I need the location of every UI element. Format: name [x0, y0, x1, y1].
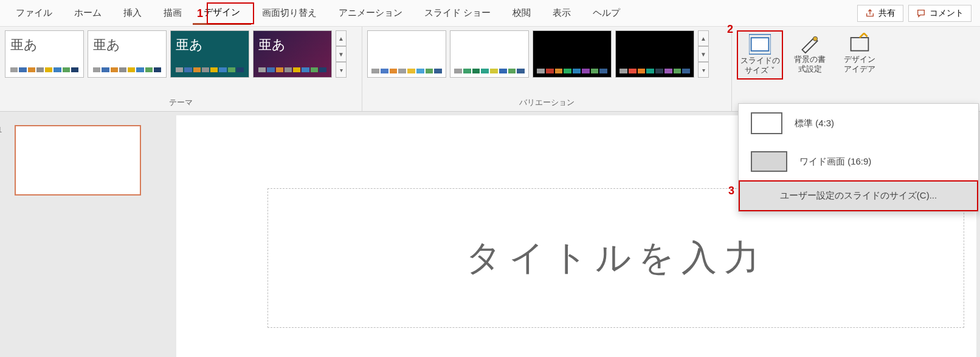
variations-scroll-up[interactable]: ▲: [698, 30, 709, 46]
tab-draw[interactable]: 描画: [153, 2, 193, 24]
tab-review[interactable]: 校閲: [502, 2, 542, 24]
slide-size-standard-label: 標準 (4:3): [795, 118, 834, 129]
callout-1: 1: [197, 7, 203, 20]
background-format-button[interactable]: 背景の書 式設定: [787, 30, 833, 77]
callout-2: 2: [727, 23, 733, 36]
swatch-row: [258, 67, 326, 72]
variation-thumb-2[interactable]: [450, 30, 529, 78]
theme-sample-text: 亜あ: [258, 36, 326, 54]
variations-scroll: ▲ ▼ ▾: [698, 30, 709, 78]
group-customize: スライドの サイズ ˅ 背景の書 式設定 デザイン アイデア: [732, 27, 980, 111]
design-ideas-button[interactable]: デザイン アイデア: [837, 30, 883, 77]
design-ideas-icon: [849, 33, 871, 53]
slide-number: 1: [0, 125, 2, 134]
theme-sample-text: 亜あ: [10, 36, 78, 54]
theme-thumb-4[interactable]: 亜あ: [253, 30, 332, 78]
callout-3: 3: [728, 185, 734, 197]
slide-size-button[interactable]: スライドの サイズ ˅: [737, 30, 783, 80]
group-variations: ▲ ▼ ▾ バリエーション: [362, 27, 732, 111]
svg-rect-3: [851, 38, 869, 51]
swatch-row: [176, 67, 244, 72]
comments-label: コメント: [930, 8, 964, 19]
variations-scroll-down[interactable]: ▼: [698, 46, 709, 62]
theme-thumb-1[interactable]: 亜あ: [5, 30, 84, 78]
themes-scroll: ▲ ▼ ▾: [336, 30, 347, 78]
ribbon-tabs: ファイル ホーム 挿入 描画 デザイン 画面切り替え アニメーション スライド …: [0, 0, 980, 27]
tab-home[interactable]: ホーム: [63, 2, 112, 24]
slide-size-standard[interactable]: 標準 (4:3): [739, 104, 978, 143]
bg-format-l1: 背景の書: [794, 55, 826, 64]
tab-help[interactable]: ヘルプ: [582, 2, 631, 24]
slide-size-custom[interactable]: ユーザー設定のスライドのサイズ(C)...: [739, 180, 978, 211]
ribbon: 亜あ 亜あ 亜あ 亜あ ▲ ▼ ▾ テーマ: [0, 27, 980, 112]
swatch-row: [10, 67, 78, 72]
themes-expand[interactable]: ▾: [336, 62, 347, 78]
slide-size-dropdown: 標準 (4:3) ワイド画面 (16:9) ユーザー設定のスライドのサイズ(C)…: [738, 103, 979, 212]
slide-thumbnails-pane: 1: [0, 112, 173, 357]
slide-size-l2: サイズ ˅: [745, 66, 775, 75]
background-format-icon: [799, 33, 821, 53]
slide-size-wide[interactable]: ワイド画面 (16:9): [739, 143, 978, 180]
design-ideas-l2: アイデア: [844, 64, 875, 74]
title-placeholder-text: タイトルを入力: [466, 234, 767, 282]
variations-group-label: バリエーション: [367, 95, 726, 110]
tab-transitions[interactable]: 画面切り替え: [251, 2, 328, 24]
slide-thumbnail-1[interactable]: 1: [9, 125, 164, 195]
tab-animations[interactable]: アニメーション: [328, 2, 413, 24]
tab-file[interactable]: ファイル: [5, 2, 63, 24]
svg-point-2: [813, 36, 817, 41]
themes-scroll-down[interactable]: ▼: [336, 46, 347, 62]
swatch-row: [93, 67, 161, 72]
themes-scroll-up[interactable]: ▲: [336, 30, 347, 46]
theme-thumb-3[interactable]: 亜あ: [170, 30, 249, 78]
slide-size-icon: [749, 34, 771, 55]
tab-insert[interactable]: 挿入: [112, 2, 153, 24]
aspect-16-9-icon: [751, 151, 787, 172]
theme-sample-text: 亜あ: [93, 36, 161, 54]
comments-button[interactable]: コメント: [908, 5, 971, 22]
slide-size-wide-label: ワイド画面 (16:9): [799, 156, 871, 168]
variation-thumb-1[interactable]: [367, 30, 446, 78]
share-label: 共有: [878, 8, 895, 19]
slide-size-l1: スライドの: [740, 56, 780, 66]
tab-slideshow[interactable]: スライド ショー: [413, 2, 502, 24]
bg-format-l2: 式設定: [798, 64, 822, 74]
group-themes: 亜あ 亜あ 亜あ 亜あ ▲ ▼ ▾ テーマ: [0, 27, 362, 111]
theme-sample-text: 亜あ: [176, 36, 244, 54]
theme-thumb-2[interactable]: 亜あ: [88, 30, 167, 78]
design-ideas-l1: デザイン: [844, 55, 875, 64]
svg-rect-0: [751, 38, 769, 51]
tab-view[interactable]: 表示: [542, 2, 582, 24]
slide-thumb-preview: [15, 125, 141, 195]
variations-expand[interactable]: ▾: [698, 62, 709, 78]
aspect-4-3-icon: [751, 112, 782, 134]
comment-icon: [916, 8, 926, 18]
variation-thumb-4[interactable]: [615, 30, 694, 78]
themes-group-label: テーマ: [5, 95, 357, 110]
share-icon: [865, 8, 875, 18]
variation-thumb-3[interactable]: [533, 30, 612, 78]
share-button[interactable]: 共有: [857, 5, 903, 22]
slide-size-custom-label: ユーザー設定のスライドのサイズ(C)...: [780, 190, 937, 202]
